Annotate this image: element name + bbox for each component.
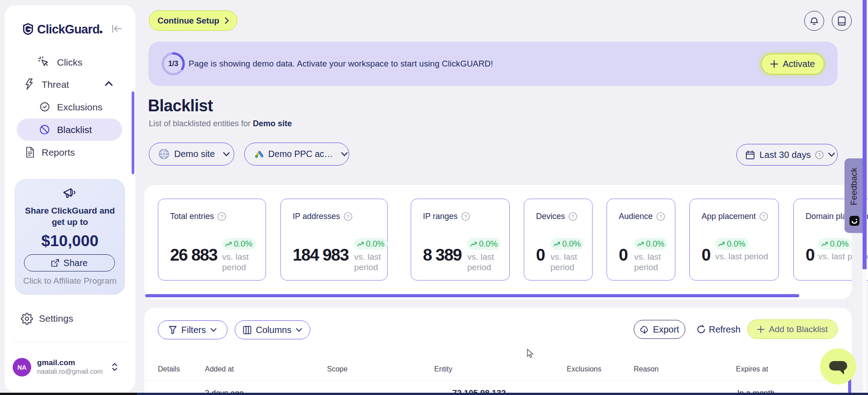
svg-text:?: ? xyxy=(346,214,349,219)
svg-text:?: ? xyxy=(762,214,765,219)
svg-text:?: ? xyxy=(659,214,662,219)
svg-text:?: ? xyxy=(818,152,821,157)
svg-text:?: ? xyxy=(220,214,223,219)
svg-text:?: ? xyxy=(571,214,574,219)
svg-text:?: ? xyxy=(464,214,467,219)
